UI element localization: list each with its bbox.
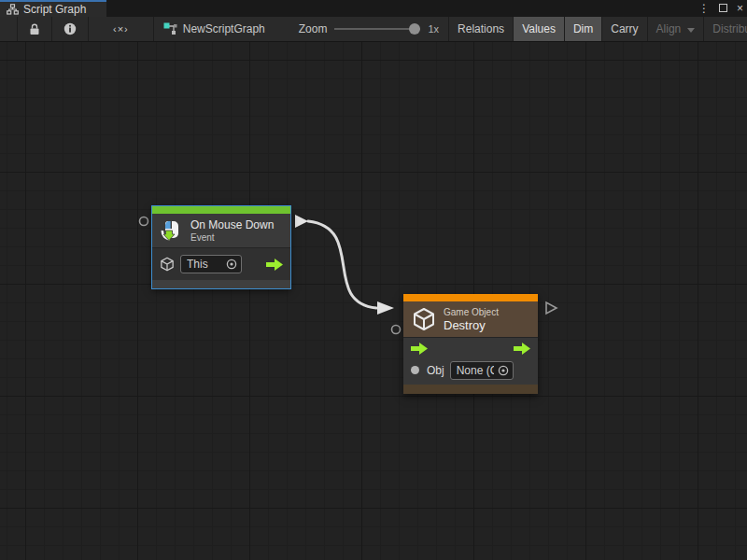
edit-source-button[interactable]: ‹×› [89, 17, 154, 41]
control-output-port[interactable] [295, 215, 308, 228]
zoom-slider[interactable] [334, 23, 420, 35]
object-input-value: None (O [457, 364, 494, 377]
control-connection-wire [308, 221, 376, 308]
script-graph-asset-icon [163, 22, 177, 35]
node-title: Destroy [444, 318, 499, 332]
control-output-port[interactable] [546, 302, 557, 314]
zoom-slider-handle[interactable] [409, 23, 420, 35]
lock-button[interactable] [17, 17, 52, 41]
align-label: Align [656, 22, 682, 35]
node-body: This [152, 248, 290, 280]
close-icon[interactable]: × [737, 0, 743, 17]
graph-hierarchy-icon [7, 4, 19, 15]
node-accent-bar [403, 294, 538, 301]
window-menu-icon[interactable]: ⋮ [698, 0, 710, 17]
chevron-down-icon [687, 28, 695, 33]
zoom-value: 1x [428, 23, 439, 35]
control-flow-row [411, 343, 530, 355]
object-picker-icon[interactable] [498, 365, 509, 376]
node-destroy[interactable]: Game Object Destroy Obj [403, 294, 538, 394]
zoom-label: Zoom [299, 22, 328, 35]
relations-button[interactable]: Relations [449, 17, 514, 41]
info-icon [63, 22, 77, 35]
graph-asset-cell: NewScriptGraph [154, 17, 275, 41]
target-input-value: This [187, 258, 208, 271]
zoom-control: Zoom 1x [275, 17, 449, 41]
graph-canvas[interactable]: On Mouse Down Event This [0, 42, 747, 560]
align-dropdown: Align [648, 17, 705, 41]
value-input-row: Obj None (O [411, 361, 530, 380]
value-input-port[interactable] [140, 217, 148, 226]
input-label: Obj [427, 364, 444, 377]
target-input-field[interactable]: This [180, 255, 242, 273]
node-header[interactable]: On Mouse Down Event [152, 214, 290, 248]
info-button[interactable] [52, 17, 89, 41]
maximize-icon[interactable] [719, 0, 727, 17]
code-icon: ‹×› [113, 23, 129, 35]
carry-button[interactable]: Carry [602, 17, 647, 41]
object-input-field[interactable]: None (O [450, 361, 514, 380]
tab-title: Script Graph [23, 3, 86, 16]
node-on-mouse-down[interactable]: On Mouse Down Event This [152, 206, 290, 288]
unity-script-graph-window: Script Graph ⋮ × ‹×› [0, 0, 747, 560]
distribute-label: Distribute [712, 22, 747, 35]
node-footer [152, 280, 290, 288]
value-input-port[interactable] [392, 326, 401, 334]
node-footer [403, 385, 538, 394]
node-body: Obj None (O [403, 338, 538, 385]
dim-button[interactable]: Dim [565, 17, 602, 41]
connection-layer [0, 42, 747, 560]
lock-icon [29, 23, 40, 35]
control-flow-arrow-icon[interactable] [514, 343, 530, 355]
control-flow-arrow-icon[interactable] [266, 259, 283, 271]
game-object-cube-icon [160, 257, 175, 272]
window-titlebar: Script Graph ⋮ × [0, 0, 747, 17]
node-header[interactable]: Game Object Destroy [403, 301, 538, 338]
value-dot-icon [411, 366, 419, 374]
tab-script-graph[interactable]: Script Graph [0, 0, 106, 17]
graph-asset-name: NewScriptGraph [183, 22, 265, 35]
connection-arrowhead [377, 301, 394, 315]
node-category: Game Object [444, 307, 499, 317]
object-picker-icon[interactable] [226, 259, 237, 270]
mouse-down-icon [161, 219, 183, 242]
distribute-dropdown: Distribute [704, 17, 747, 41]
values-button[interactable]: Values [514, 17, 565, 41]
game-object-cube-icon [412, 307, 436, 331]
graph-toolbar: ‹×› NewScriptGraph Zoom 1x Relations Val… [0, 17, 747, 42]
node-accent-bar [152, 206, 290, 214]
control-flow-arrow-icon[interactable] [411, 343, 428, 355]
node-subtitle: Event [190, 232, 274, 243]
zoom-slider-track [334, 28, 420, 30]
node-title: On Mouse Down [190, 218, 274, 231]
